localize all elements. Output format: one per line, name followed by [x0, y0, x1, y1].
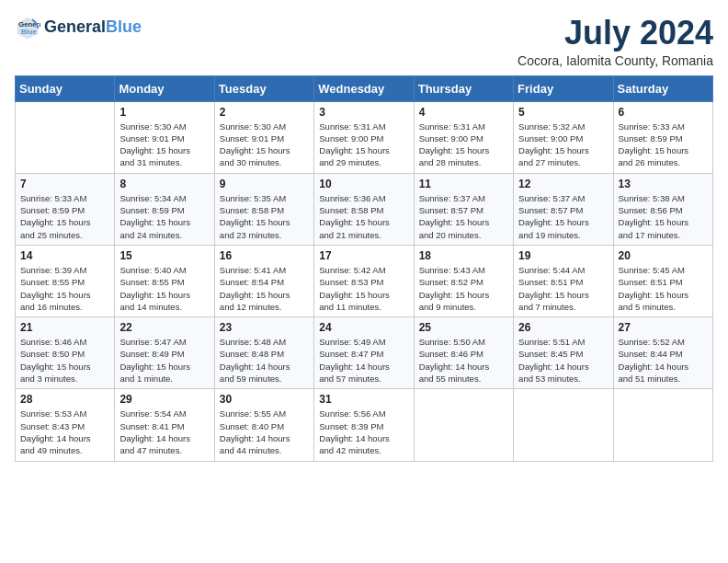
calendar-cell: 27Sunrise: 5:52 AM Sunset: 8:44 PM Dayli… [613, 317, 712, 389]
calendar-cell [613, 389, 712, 461]
calendar-cell: 26Sunrise: 5:51 AM Sunset: 8:45 PM Dayli… [514, 317, 613, 389]
calendar-cell: 2Sunrise: 5:30 AM Sunset: 9:01 PM Daylig… [214, 101, 313, 173]
calendar-cell: 31Sunrise: 5:56 AM Sunset: 8:39 PM Dayli… [314, 389, 414, 461]
day-info: Sunrise: 5:33 AM Sunset: 8:59 PM Dayligh… [619, 121, 708, 169]
calendar-table: SundayMondayTuesdayWednesdayThursdayFrid… [15, 75, 713, 462]
day-info: Sunrise: 5:39 AM Sunset: 8:55 PM Dayligh… [20, 264, 109, 313]
calendar-cell: 13Sunrise: 5:38 AM Sunset: 8:56 PM Dayli… [613, 173, 712, 245]
calendar-cell: 28Sunrise: 5:53 AM Sunset: 8:43 PM Dayli… [16, 389, 115, 461]
day-info: Sunrise: 5:31 AM Sunset: 9:00 PM Dayligh… [419, 121, 508, 169]
calendar-cell: 25Sunrise: 5:50 AM Sunset: 8:46 PM Dayli… [414, 317, 513, 389]
weekday-header-wednesday: Wednesday [314, 75, 414, 101]
title-area: July 2024 Cocora, Ialomita County, Roman… [518, 15, 713, 68]
calendar-cell: 1Sunrise: 5:30 AM Sunset: 9:01 PM Daylig… [115, 101, 214, 173]
day-number: 21 [20, 321, 109, 334]
logo: General Blue GeneralBlue [15, 15, 142, 40]
calendar-cell: 24Sunrise: 5:49 AM Sunset: 8:47 PM Dayli… [314, 317, 414, 389]
day-info: Sunrise: 5:56 AM Sunset: 8:39 PM Dayligh… [319, 408, 408, 456]
calendar-cell: 8Sunrise: 5:34 AM Sunset: 8:59 PM Daylig… [115, 173, 214, 245]
week-row-5: 28Sunrise: 5:53 AM Sunset: 8:43 PM Dayli… [16, 389, 713, 461]
day-number: 27 [619, 321, 708, 334]
day-number: 24 [319, 321, 408, 334]
day-number: 16 [220, 249, 309, 262]
day-info: Sunrise: 5:50 AM Sunset: 8:46 PM Dayligh… [419, 336, 508, 385]
weekday-header-thursday: Thursday [414, 75, 513, 101]
day-number: 30 [220, 393, 309, 406]
day-info: Sunrise: 5:37 AM Sunset: 8:57 PM Dayligh… [518, 192, 608, 241]
day-number: 20 [619, 249, 708, 262]
week-row-3: 14Sunrise: 5:39 AM Sunset: 8:55 PM Dayli… [16, 245, 713, 316]
day-info: Sunrise: 5:54 AM Sunset: 8:41 PM Dayligh… [119, 408, 209, 456]
logo-text-blue: Blue [106, 17, 142, 36]
calendar-cell: 10Sunrise: 5:36 AM Sunset: 8:58 PM Dayli… [314, 173, 414, 245]
day-info: Sunrise: 5:37 AM Sunset: 8:57 PM Dayligh… [419, 192, 508, 241]
calendar-cell: 15Sunrise: 5:40 AM Sunset: 8:55 PM Dayli… [115, 245, 214, 316]
calendar-cell: 30Sunrise: 5:55 AM Sunset: 8:40 PM Dayli… [214, 389, 313, 461]
day-info: Sunrise: 5:53 AM Sunset: 8:43 PM Dayligh… [20, 408, 109, 456]
calendar-cell: 22Sunrise: 5:47 AM Sunset: 8:49 PM Dayli… [115, 317, 214, 389]
weekday-header-monday: Monday [115, 75, 214, 101]
day-info: Sunrise: 5:45 AM Sunset: 8:51 PM Dayligh… [619, 264, 708, 313]
weekday-header-tuesday: Tuesday [214, 75, 313, 101]
day-number: 18 [419, 249, 508, 262]
day-number: 19 [518, 249, 608, 262]
calendar-cell [414, 389, 513, 461]
day-number: 2 [220, 106, 309, 119]
location-subtitle: Cocora, Ialomita County, Romania [518, 53, 713, 68]
day-number: 12 [518, 178, 608, 190]
calendar-cell: 11Sunrise: 5:37 AM Sunset: 8:57 PM Dayli… [414, 173, 513, 245]
calendar-body: 1Sunrise: 5:30 AM Sunset: 9:01 PM Daylig… [16, 101, 713, 461]
weekday-header-friday: Friday [514, 75, 613, 101]
calendar-cell [16, 101, 115, 173]
day-info: Sunrise: 5:35 AM Sunset: 8:58 PM Dayligh… [220, 192, 309, 241]
calendar-cell: 20Sunrise: 5:45 AM Sunset: 8:51 PM Dayli… [613, 245, 712, 316]
calendar-cell: 16Sunrise: 5:41 AM Sunset: 8:54 PM Dayli… [214, 245, 313, 316]
calendar-cell: 3Sunrise: 5:31 AM Sunset: 9:00 PM Daylig… [314, 101, 414, 173]
day-info: Sunrise: 5:33 AM Sunset: 8:59 PM Dayligh… [20, 192, 109, 241]
day-info: Sunrise: 5:47 AM Sunset: 8:49 PM Dayligh… [119, 336, 209, 385]
day-number: 11 [419, 178, 508, 190]
day-number: 17 [319, 249, 408, 262]
day-number: 7 [20, 178, 109, 190]
calendar-cell: 9Sunrise: 5:35 AM Sunset: 8:58 PM Daylig… [214, 173, 313, 245]
day-info: Sunrise: 5:30 AM Sunset: 9:01 PM Dayligh… [119, 121, 209, 169]
calendar-cell: 19Sunrise: 5:44 AM Sunset: 8:51 PM Dayli… [514, 245, 613, 316]
weekday-header-row: SundayMondayTuesdayWednesdayThursdayFrid… [16, 75, 713, 101]
day-number: 25 [419, 321, 508, 334]
day-info: Sunrise: 5:36 AM Sunset: 8:58 PM Dayligh… [319, 192, 408, 241]
calendar-cell: 18Sunrise: 5:43 AM Sunset: 8:52 PM Dayli… [414, 245, 513, 316]
month-year-title: July 2024 [518, 15, 713, 52]
svg-text:Blue: Blue [21, 28, 37, 36]
calendar-cell: 12Sunrise: 5:37 AM Sunset: 8:57 PM Dayli… [514, 173, 613, 245]
day-number: 26 [518, 321, 608, 334]
calendar-cell: 5Sunrise: 5:32 AM Sunset: 9:00 PM Daylig… [514, 101, 613, 173]
day-number: 15 [119, 249, 209, 262]
day-number: 9 [220, 178, 309, 190]
calendar-cell: 29Sunrise: 5:54 AM Sunset: 8:41 PM Dayli… [115, 389, 214, 461]
day-number: 4 [419, 106, 508, 119]
day-number: 22 [119, 321, 209, 334]
day-info: Sunrise: 5:46 AM Sunset: 8:50 PM Dayligh… [20, 336, 109, 385]
calendar-cell: 14Sunrise: 5:39 AM Sunset: 8:55 PM Dayli… [16, 245, 115, 316]
day-number: 28 [20, 393, 109, 406]
day-number: 8 [119, 178, 209, 190]
day-info: Sunrise: 5:31 AM Sunset: 9:00 PM Dayligh… [319, 121, 408, 169]
calendar-cell: 21Sunrise: 5:46 AM Sunset: 8:50 PM Dayli… [16, 317, 115, 389]
header: General Blue GeneralBlue July 2024 Cocor… [15, 15, 713, 68]
calendar-cell [514, 389, 613, 461]
day-info: Sunrise: 5:32 AM Sunset: 9:00 PM Dayligh… [518, 121, 608, 169]
day-info: Sunrise: 5:42 AM Sunset: 8:53 PM Dayligh… [319, 264, 408, 313]
day-info: Sunrise: 5:43 AM Sunset: 8:52 PM Dayligh… [419, 264, 508, 313]
calendar-cell: 17Sunrise: 5:42 AM Sunset: 8:53 PM Dayli… [314, 245, 414, 316]
day-info: Sunrise: 5:48 AM Sunset: 8:48 PM Dayligh… [220, 336, 309, 385]
day-info: Sunrise: 5:55 AM Sunset: 8:40 PM Dayligh… [220, 408, 309, 456]
calendar-cell: 7Sunrise: 5:33 AM Sunset: 8:59 PM Daylig… [16, 173, 115, 245]
day-info: Sunrise: 5:40 AM Sunset: 8:55 PM Dayligh… [119, 264, 209, 313]
week-row-4: 21Sunrise: 5:46 AM Sunset: 8:50 PM Dayli… [16, 317, 713, 389]
day-info: Sunrise: 5:34 AM Sunset: 8:59 PM Dayligh… [119, 192, 209, 241]
day-info: Sunrise: 5:52 AM Sunset: 8:44 PM Dayligh… [619, 336, 708, 385]
day-number: 23 [220, 321, 309, 334]
day-info: Sunrise: 5:51 AM Sunset: 8:45 PM Dayligh… [518, 336, 608, 385]
day-number: 29 [119, 393, 209, 406]
calendar-cell: 6Sunrise: 5:33 AM Sunset: 8:59 PM Daylig… [613, 101, 712, 173]
